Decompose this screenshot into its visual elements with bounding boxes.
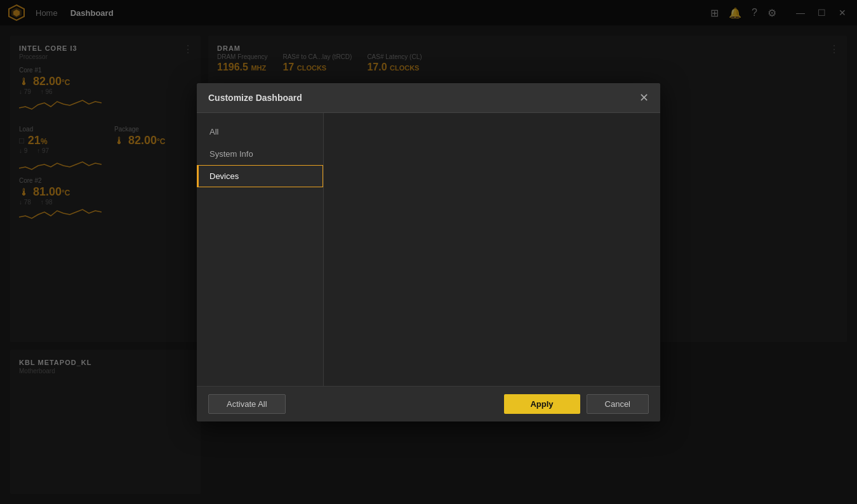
modal-close-button[interactable]: ✕: [639, 92, 649, 103]
modal-footer: Activate All Apply Cancel: [197, 386, 660, 421]
activate-all-button[interactable]: Activate All: [208, 394, 286, 414]
customize-dashboard-modal: Customize Dashboard ✕ All System Info De…: [197, 83, 660, 421]
modal-header: Customize Dashboard ✕: [197, 83, 660, 113]
sidebar-cat-all[interactable]: All: [197, 121, 323, 143]
sidebar-cat-system-info[interactable]: System Info: [197, 143, 323, 165]
modal-overlay: Customize Dashboard ✕ All System Info De…: [0, 0, 857, 504]
modal-sidebar: All System Info Devices: [197, 113, 324, 386]
modal-content-area: [324, 113, 660, 386]
apply-button[interactable]: Apply: [504, 394, 580, 414]
footer-right-buttons: Apply Cancel: [504, 394, 649, 414]
modal-title: Customize Dashboard: [208, 93, 302, 103]
modal-body: All System Info Devices: [197, 113, 660, 386]
sidebar-cat-devices[interactable]: Devices: [197, 165, 323, 187]
cancel-button[interactable]: Cancel: [587, 394, 649, 414]
